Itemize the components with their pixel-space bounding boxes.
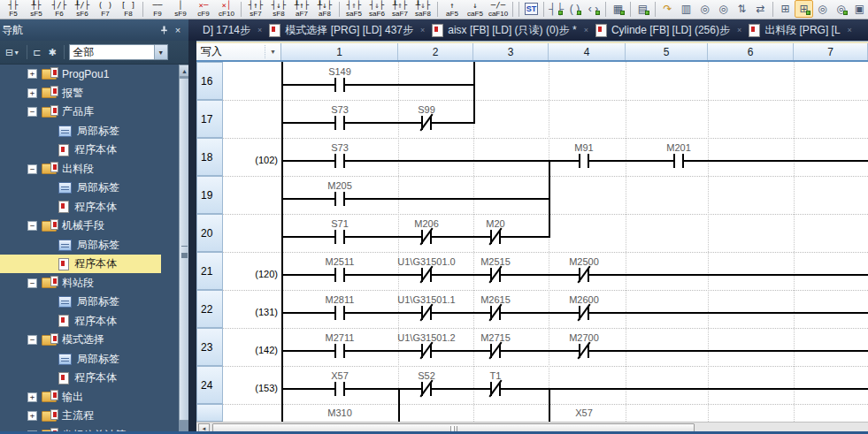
insert-row-icon[interactable]: ⇅ xyxy=(733,0,751,18)
no-contact[interactable] xyxy=(579,154,589,168)
pin-icon[interactable] xyxy=(157,23,171,37)
find-replace-icon[interactable]: ◎ xyxy=(714,0,733,18)
tree-item-leaf[interactable]: 程序本体 xyxy=(0,369,179,387)
column-header-6[interactable]: 6 xyxy=(708,43,794,60)
document-tab[interactable]: D] 1714步 xyxy=(199,23,254,38)
row-number-cell[interactable]: 22 xyxy=(196,290,223,328)
ladder-symbol-button-aF5[interactable]: ↑aF5 xyxy=(441,0,464,19)
collapse-all-button[interactable]: ⊏ xyxy=(30,43,43,61)
nc-contact[interactable] xyxy=(490,230,501,244)
column-header-4[interactable]: 4 xyxy=(549,43,626,60)
close-icon[interactable]: × xyxy=(171,23,185,37)
ladder-symbol-button-aF8[interactable]: ╀↓├aF8 xyxy=(313,0,336,19)
nc-contact[interactable] xyxy=(421,268,432,282)
device-monitor-icon[interactable]: ▣ xyxy=(850,0,868,18)
expand-icon[interactable]: + xyxy=(27,411,37,421)
no-contact[interactable] xyxy=(334,154,345,168)
tab-close-icon[interactable]: × xyxy=(257,26,262,34)
document-tab[interactable]: 出料段 [PRG] [L xyxy=(745,23,843,38)
ladder-symbol-button-F6[interactable]: ┤/├F6 xyxy=(48,0,71,19)
ladder-comment-edit-icon[interactable]: ▤ xyxy=(634,0,652,18)
tree-item-pou[interactable]: −产品库 xyxy=(0,103,179,121)
expand-icon[interactable]: + xyxy=(27,88,37,98)
ladder-symbol-button-sF6[interactable]: ╀/├sF6 xyxy=(71,0,94,19)
ladder-symbol-button-saF8[interactable]: ╀⇓├saF8 xyxy=(411,0,434,19)
expand-icon[interactable]: + xyxy=(27,69,37,79)
tree-display-icon[interactable]: ⊞ xyxy=(776,0,795,18)
nc-contact[interactable] xyxy=(421,116,432,130)
nc-contact[interactable] xyxy=(421,230,432,244)
no-contact[interactable] xyxy=(334,116,345,130)
tab-close-icon[interactable]: × xyxy=(584,26,588,34)
row-number-cell[interactable]: 18 xyxy=(196,138,223,176)
ladder-symbol-button-caF5[interactable]: ↓caF5 xyxy=(464,0,487,19)
no-contact[interactable] xyxy=(334,344,345,358)
collapse-icon[interactable]: − xyxy=(27,221,37,231)
expand-icon[interactable]: + xyxy=(27,392,37,402)
document-tab[interactable]: Cylinde [FB] [LD] (256)步 xyxy=(592,23,734,38)
find-document-icon[interactable]: ◎ xyxy=(695,0,714,18)
tree-item-leaf[interactable]: 局部标签 xyxy=(0,293,179,311)
tree-item-pou[interactable]: −机械手段 xyxy=(0,217,179,235)
collapse-icon[interactable]: − xyxy=(27,164,37,174)
row-number-cell[interactable]: 19 xyxy=(196,176,223,214)
tree-item-pou[interactable]: −料站段 xyxy=(0,274,179,293)
ladder-symbol-button-sF8[interactable]: ┤↓├sF8 xyxy=(267,0,290,19)
column-header-5[interactable]: 5 xyxy=(626,43,708,60)
nc-contact[interactable] xyxy=(490,268,501,282)
ladder-symbol-button-F7[interactable]: ( )F7 xyxy=(94,0,117,19)
column-header-3[interactable]: 3 xyxy=(473,43,549,60)
tree-item-leaf[interactable]: 程序本体 xyxy=(0,255,161,273)
row-number-cell[interactable]: 20 xyxy=(196,214,223,252)
tree-item-leaf[interactable]: 程序本体 xyxy=(0,312,179,331)
tree-view-mode-button[interactable]: ⊟▼ xyxy=(3,43,22,61)
ladder-symbol-button-caF10[interactable]: ─/─caF10 xyxy=(487,0,510,19)
nc-contact[interactable] xyxy=(579,306,589,320)
tree-item-leaf[interactable]: 局部标签 xyxy=(0,236,179,255)
nc-contact[interactable] xyxy=(579,268,589,282)
tree-item-leaf[interactable]: 程序本体 xyxy=(0,198,179,217)
tree-edit-icon[interactable]: ⊞ xyxy=(795,0,813,18)
no-contact[interactable] xyxy=(334,382,345,396)
nc-contact[interactable] xyxy=(579,344,589,358)
no-contact[interactable] xyxy=(334,306,345,320)
tab-close-icon[interactable]: × xyxy=(848,26,852,34)
chevron-down-icon[interactable]: ▼ xyxy=(265,49,280,55)
tree-item-leaf[interactable]: 局部标签 xyxy=(0,179,179,197)
ladder-symbol-button-cF10[interactable]: ×│cF10 xyxy=(215,0,238,19)
copy-document-icon[interactable]: ▥ xyxy=(677,0,695,18)
contact-coil-edit-icon[interactable]: ( ) xyxy=(565,0,584,18)
ladder-symbol-button-F5[interactable]: ┤├F5 xyxy=(2,0,25,19)
nc-contact[interactable] xyxy=(490,306,501,320)
panel-splitter[interactable] xyxy=(188,19,196,434)
ladder-symbol-button-aF7[interactable]: ╀↑├aF7 xyxy=(290,0,313,19)
tree-item-pou[interactable]: +ProgPou1 xyxy=(0,65,179,83)
row-number-cell[interactable]: 16 xyxy=(196,62,223,100)
row-number-cell[interactable] xyxy=(196,404,223,422)
no-contact[interactable] xyxy=(334,78,345,92)
no-contact[interactable] xyxy=(334,230,345,244)
nc-contact[interactable] xyxy=(421,306,432,320)
row-number-cell[interactable]: 24 xyxy=(196,366,223,404)
tree-item-leaf[interactable]: 局部标签 xyxy=(0,122,179,141)
collapse-icon[interactable]: − xyxy=(27,107,37,117)
tree-item-leaf[interactable]: 程序本体 xyxy=(0,141,179,159)
row-number-cell[interactable]: 21 xyxy=(196,252,223,290)
nc-contact[interactable] xyxy=(490,344,501,358)
no-contact[interactable] xyxy=(334,268,345,282)
row-number-cell[interactable]: 17 xyxy=(196,100,223,138)
coil-edit-icon[interactable]: ‹ › xyxy=(584,0,603,18)
ladder-symbol-button-saF7[interactable]: ╀⇑├saF7 xyxy=(388,0,411,19)
column-header-2[interactable]: 2 xyxy=(398,43,473,60)
chevron-down-icon[interactable]: ▼ xyxy=(154,45,167,59)
nc-contact[interactable] xyxy=(421,382,432,396)
no-contact[interactable] xyxy=(673,154,684,168)
tree-item-pou[interactable]: −模式选择 xyxy=(0,331,179,349)
nc-contact[interactable] xyxy=(421,344,432,358)
ladder-edit-icon[interactable]: ┤├ xyxy=(547,0,565,18)
column-header-1[interactable]: 1 xyxy=(281,43,398,60)
no-contact[interactable] xyxy=(334,192,345,206)
document-tab[interactable]: 模式选择 [PRG] [LD] 437步 xyxy=(265,23,417,38)
document-tab[interactable]: aisx [FB] [LD] (只读) (0)步 * xyxy=(428,23,580,38)
tab-close-icon[interactable]: × xyxy=(420,26,425,34)
